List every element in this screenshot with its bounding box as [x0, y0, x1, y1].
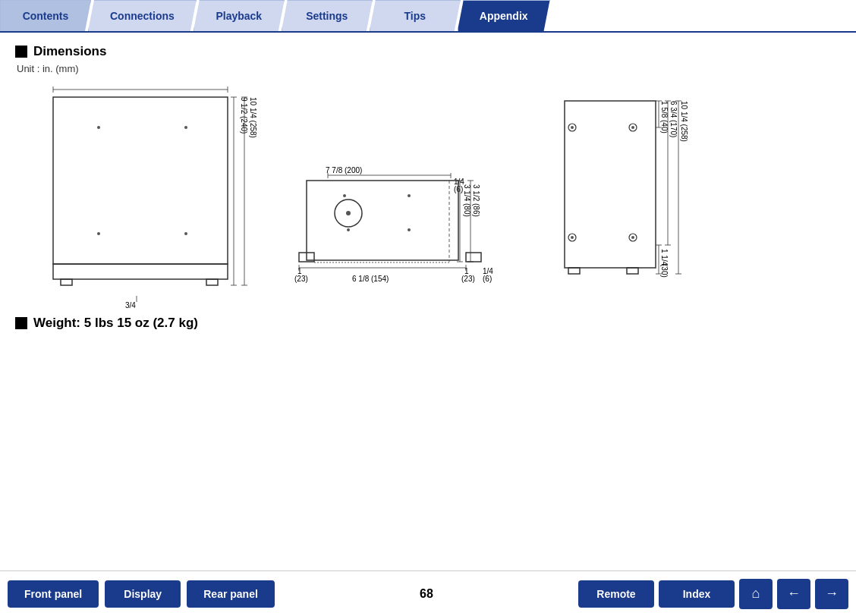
- svg-text:9 1/2 (240): 9 1/2 (240): [240, 97, 248, 134]
- weight-section: Weight: 5 lbs 15 oz (2.7 kg): [15, 316, 841, 331]
- forward-button[interactable]: →: [815, 579, 848, 609]
- svg-point-5: [184, 126, 187, 129]
- tab-appendix[interactable]: Appendix: [458, 0, 550, 31]
- svg-text:10 1/4 (258): 10 1/4 (258): [680, 101, 688, 142]
- back-arrow-icon: ←: [787, 586, 801, 602]
- side-view-svg: 1 5/8 (40) 6 3/4 (170) 10 1/4 (258) 1 1/…: [549, 86, 701, 298]
- home-icon: ⌂: [752, 586, 760, 602]
- rear-panel-button[interactable]: Rear panel: [187, 580, 275, 608]
- svg-point-37: [408, 194, 411, 197]
- svg-point-65: [631, 126, 634, 129]
- svg-point-35: [343, 194, 346, 197]
- side-view-container: 1 5/8 (40) 6 3/4 (170) 10 1/4 (258) 1 1/…: [549, 86, 701, 300]
- svg-point-4: [97, 126, 100, 129]
- svg-point-36: [347, 228, 350, 231]
- page-number: 68: [408, 587, 445, 601]
- unit-label: Unit : in. (mm): [17, 63, 841, 74]
- svg-text:(23): (23): [461, 275, 475, 283]
- tab-contents[interactable]: Contents: [0, 0, 91, 31]
- tab-tips[interactable]: Tips: [370, 0, 461, 31]
- svg-rect-3: [206, 279, 218, 285]
- svg-point-63: [571, 126, 574, 129]
- section-bullet: [15, 46, 27, 58]
- bottom-nav: Front panel Display Rear panel 68 Remote…: [0, 570, 856, 616]
- svg-text:6 3/4 (170): 6 3/4 (170): [669, 101, 678, 137]
- svg-text:7 7/8 (200): 7 7/8 (200): [326, 166, 362, 174]
- svg-text:(6): (6): [483, 275, 492, 283]
- svg-point-69: [631, 236, 634, 239]
- svg-text:10 1/4 (258): 10 1/4 (258): [249, 97, 257, 138]
- front-panel-button[interactable]: Front panel: [8, 580, 99, 608]
- tab-connections[interactable]: Connections: [88, 0, 197, 31]
- svg-point-67: [571, 236, 574, 239]
- svg-point-38: [408, 228, 411, 231]
- svg-rect-1: [53, 264, 228, 279]
- svg-rect-61: [627, 268, 638, 274]
- svg-rect-30: [307, 181, 458, 260]
- dimensions-title: Dimensions: [33, 44, 106, 59]
- svg-rect-59: [565, 101, 656, 268]
- svg-rect-0: [53, 97, 228, 264]
- svg-text:(30): (30): [660, 264, 669, 278]
- svg-text:6 1/8 (154): 6 1/8 (154): [352, 275, 389, 283]
- svg-text:1 5/8 (40): 1 5/8 (40): [660, 101, 669, 134]
- forward-arrow-icon: →: [825, 586, 839, 602]
- main-content: Dimensions Unit : in. (mm): [0, 33, 856, 570]
- top-view-svg: 7 7/8 (200) 1/4 (6): [276, 162, 519, 310]
- back-button[interactable]: ←: [777, 579, 810, 609]
- svg-rect-32: [466, 253, 481, 262]
- display-button[interactable]: Display: [105, 580, 181, 608]
- index-button[interactable]: Index: [659, 580, 735, 608]
- tab-settings[interactable]: Settings: [282, 0, 373, 31]
- svg-point-6: [97, 232, 100, 235]
- front-view-svg: 9 1/2 (240) 10 1/4 (258) 3/4 (18) 1/4 (6…: [38, 82, 281, 310]
- bottom-nav-right: Remote Index ⌂ ← →: [578, 579, 848, 609]
- svg-text:(18): (18): [125, 309, 139, 310]
- diagrams-left: 9 1/2 (240) 10 1/4 (258) 3/4 (18) 1/4 (6…: [38, 82, 519, 312]
- svg-point-34: [346, 211, 351, 215]
- weight-label: Weight: 5 lbs 15 oz (2.7 kg): [33, 316, 198, 331]
- top-nav: Contents Connections Playback Settings T…: [0, 0, 856, 33]
- svg-point-7: [184, 232, 187, 235]
- home-button[interactable]: ⌂: [739, 579, 773, 609]
- svg-rect-60: [568, 268, 580, 274]
- svg-text:3 1/2 (86): 3 1/2 (86): [472, 184, 480, 217]
- tab-playback[interactable]: Playback: [194, 0, 285, 31]
- bottom-nav-left: Front panel Display Rear panel: [8, 580, 275, 608]
- weight-bullet: [15, 317, 27, 329]
- svg-rect-2: [61, 279, 72, 285]
- svg-text:(23): (23): [294, 275, 308, 283]
- section-dimensions: Dimensions: [15, 44, 841, 59]
- svg-text:3 1/4 (80): 3 1/4 (80): [463, 184, 471, 217]
- remote-button[interactable]: Remote: [578, 580, 654, 608]
